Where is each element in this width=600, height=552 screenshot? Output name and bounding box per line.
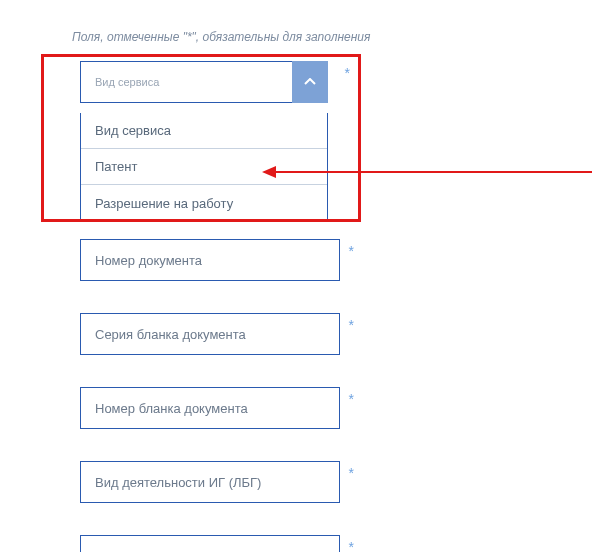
required-asterisk: * [349,391,354,407]
dropdown-option-patent[interactable]: Патент [81,149,327,185]
field-activity-row: Вид деятельности ИГ (ЛБГ) * [80,461,340,503]
dropdown-option-work-permit[interactable]: Разрешение на работу [81,185,327,221]
passport-input[interactable]: Номер паспорта ИГ (ЛБГ) [80,535,340,552]
field-label: Номер документа [95,253,202,268]
required-asterisk: * [349,317,354,333]
dropdown-selected[interactable]: Вид сервиса [80,61,328,103]
required-asterisk: * [349,539,354,552]
field-label: Серия бланка документа [95,327,246,342]
field-blank-series-row: Серия бланка документа * [80,313,340,355]
dropdown-option-0[interactable]: Вид сервиса [81,113,327,149]
required-asterisk: * [349,243,354,259]
field-label: Вид деятельности ИГ (ЛБГ) [95,475,261,490]
field-label: Номер бланка документа [95,401,248,416]
required-note: Поля, отмеченные "*", обязательны для за… [72,30,370,44]
chevron-up-icon[interactable] [292,61,328,103]
required-asterisk: * [349,465,354,481]
field-blank-number-row: Номер бланка документа * [80,387,340,429]
service-type-dropdown[interactable]: Вид сервиса Вид сервиса Патент Разрешени… [80,61,328,222]
dropdown-list: Вид сервиса Патент Разрешение на работу [80,113,328,222]
blank-series-input[interactable]: Серия бланка документа [80,313,340,355]
activity-input[interactable]: Вид деятельности ИГ (ЛБГ) [80,461,340,503]
blank-number-input[interactable]: Номер бланка документа [80,387,340,429]
doc-number-input[interactable]: Номер документа [80,239,340,281]
dropdown-selected-label: Вид сервиса [81,76,327,88]
required-asterisk: * [345,65,350,81]
field-label: Номер паспорта ИГ (ЛБГ) [95,549,250,553]
field-passport-row: Номер паспорта ИГ (ЛБГ) * [80,535,340,552]
field-doc-number-row: Номер документа * [80,239,340,281]
